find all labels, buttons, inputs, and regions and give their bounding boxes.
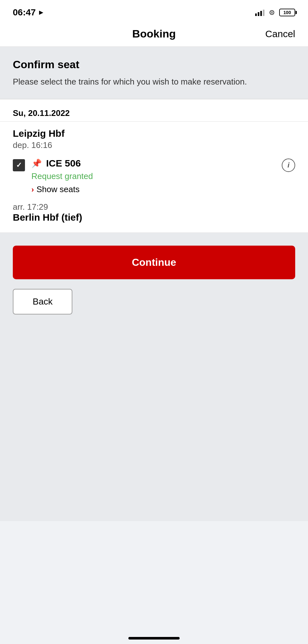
actions-section: Continue Back [0,233,308,521]
request-status: Request granted [31,171,275,181]
cancel-button[interactable]: Cancel [265,29,295,39]
status-time: 06:47 ► [13,7,45,18]
info-icon: i [288,161,289,169]
date-section: Su, 20.11.2022 [0,99,308,122]
arrival-time: arr. 17:29 [13,202,295,212]
battery-icon: 100 [279,9,295,16]
show-seats-row[interactable]: › Show seats [31,184,275,194]
confirm-header: Confirm seat Please select the trains fo… [0,47,308,99]
arrival-station-name: Berlin Hbf (tief) [13,212,295,223]
signal-icon [255,9,264,16]
departure-station-name: Leipzig Hbf [13,128,295,139]
chevron-right-icon: › [31,185,34,194]
page-title: Booking [132,28,176,40]
departure-station: Leipzig Hbf dep. 16:16 [13,122,295,153]
train-pin-icon: 📌 [31,159,42,168]
status-bar: 06:47 ► ⊜ 100 [0,0,308,22]
confirm-seat-description: Please select the trains for which you w… [13,76,295,87]
checkmark-icon: ✓ [16,161,22,169]
train-checkbox[interactable]: ✓ [13,159,25,171]
back-button[interactable]: Back [13,289,72,314]
arrival-station: arr. 17:29 Berlin Hbf (tief) [13,202,295,223]
travel-date: Su, 20.11.2022 [13,108,70,118]
time-text: 06:47 [13,7,36,18]
train-checkbox-area[interactable]: ✓ [13,159,25,171]
train-name-row: 📌 ICE 506 [31,158,275,169]
train-info: 📌 ICE 506 Request granted › Show seats [31,158,275,194]
continue-button[interactable]: Continue [13,246,295,279]
train-row: ✓ 📌 ICE 506 Request granted › Show seats… [13,158,295,194]
home-indicator [128,637,180,640]
departure-time: dep. 16:16 [13,140,295,150]
location-icon: ► [38,8,45,17]
info-button[interactable]: i [282,159,295,172]
wifi-icon: ⊜ [269,8,275,17]
status-icons: ⊜ 100 [255,8,295,17]
confirm-seat-title: Confirm seat [13,58,295,71]
nav-bar: Booking Cancel [0,22,308,47]
show-seats-label: Show seats [36,184,79,194]
train-name: ICE 506 [46,158,81,169]
train-card: Leipzig Hbf dep. 16:16 ✓ 📌 ICE 506 Reque… [0,122,308,233]
